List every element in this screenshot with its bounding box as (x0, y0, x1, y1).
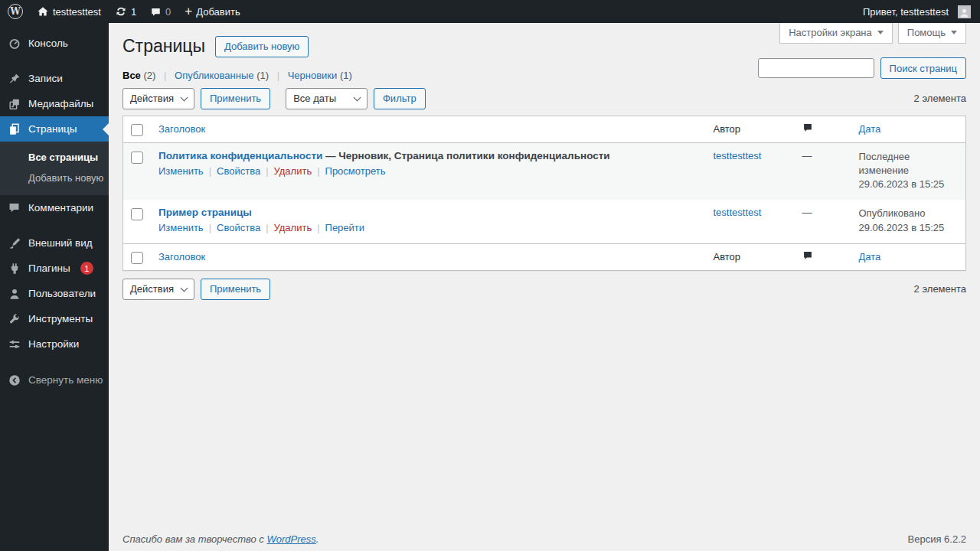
divider: | (266, 165, 268, 177)
screen-options-button[interactable]: Настройки экрана (779, 23, 893, 44)
date-filter-select[interactable]: Все даты (286, 88, 368, 109)
apply-button[interactable]: Применить (201, 88, 270, 109)
quick-edit-link[interactable]: Свойства (217, 165, 260, 177)
search-box: Поиск страниц (758, 57, 966, 79)
row-checkbox[interactable] (131, 208, 143, 220)
sort-date-header[interactable]: Дата (859, 251, 881, 262)
sidebar-item-dashboard[interactable]: Консоль (0, 31, 109, 56)
trash-link[interactable]: Удалить (274, 222, 312, 233)
search-pages-button[interactable]: Поиск страниц (880, 57, 966, 79)
select-all-checkbox[interactable] (131, 252, 143, 264)
comments-column-icon (802, 124, 813, 135)
author-link[interactable]: testtesttest (714, 150, 762, 161)
tablenav-top: Действия Применить Все даты Фильтр 2 эле… (122, 88, 966, 109)
tablenav-bottom: Действия Применить 2 элемента (122, 279, 966, 300)
date-status: Опубликовано (859, 207, 959, 220)
row-checkbox[interactable] (131, 152, 143, 164)
updates-icon (115, 5, 127, 18)
wp-logo-menu[interactable]: W (8, 4, 23, 19)
sidebar-item-label: Плагины (28, 262, 70, 274)
site-name-menu[interactable]: testtesttest (37, 5, 101, 18)
divider: | (209, 222, 211, 233)
page-title: Страницы (122, 35, 205, 58)
sidebar-item-tools[interactable]: Инструменты (0, 306, 109, 331)
admin-footer: Спасибо вам за творчество с WordPress. В… (122, 533, 966, 545)
site-name-label: testtesttest (53, 6, 101, 18)
plus-icon: + (185, 5, 192, 18)
my-account-menu[interactable]: Привет, testtesttest (863, 5, 971, 18)
filter-published-count: (1) (256, 70, 269, 81)
table-row: Политика конфиденциальности — Черновик, … (123, 142, 966, 200)
sidebar-item-label: Записи (28, 73, 63, 84)
divider: | (209, 165, 211, 177)
new-content-menu[interactable]: + Добавить (185, 6, 240, 18)
updates-menu[interactable]: 1 (115, 5, 136, 18)
divider: | (277, 70, 279, 81)
sidebar-item-label: Консоль (28, 37, 68, 49)
home-icon (37, 5, 49, 18)
collapse-menu-button[interactable]: Свернуть меню (0, 367, 109, 393)
comments-menu[interactable]: 0 (150, 6, 171, 18)
items-count: 2 элемента (914, 93, 966, 104)
row-actions: Изменить|Свойства|Удалить|Перейти (158, 222, 698, 233)
author-link[interactable]: testtesttest (714, 207, 762, 218)
search-input[interactable] (758, 58, 874, 78)
sort-title-header[interactable]: Заголовок (158, 123, 205, 135)
filter-published-link[interactable]: Опубликованные (175, 70, 254, 81)
appearance-icon (7, 236, 21, 250)
sidebar-item-media[interactable]: Медиафайлы (0, 91, 109, 116)
quick-edit-link[interactable]: Свойства (217, 222, 260, 233)
main-content: Настройки экрана Помощь Страницы Добавит… (109, 23, 980, 551)
preview-link[interactable]: Просмотреть (325, 165, 386, 177)
sidebar-item-comments[interactable]: Комментарии (0, 195, 109, 220)
tools-icon (7, 311, 21, 326)
sidebar-item-plugins[interactable]: Плагины 1 (0, 256, 109, 281)
page-title-link[interactable]: Пример страницы (158, 207, 252, 218)
comment-bubble-icon (150, 6, 162, 18)
new-content-label: Добавить (196, 6, 240, 18)
sort-date-header[interactable]: Дата (859, 123, 881, 135)
sidebar-item-pages[interactable]: Страницы (0, 116, 109, 142)
sidebar-item-users[interactable]: Пользователи (0, 281, 109, 306)
comments-icon (7, 201, 21, 215)
help-label: Помощь (907, 27, 946, 38)
bulk-actions-select[interactable]: Действия (122, 88, 194, 109)
help-button[interactable]: Помощь (898, 23, 966, 44)
sort-title-header[interactable]: Заголовок (158, 251, 205, 262)
table-footer-row: Заголовок Автор Дата (123, 243, 966, 270)
bulk-actions-select-bottom[interactable]: Действия (122, 279, 194, 300)
submenu-add-new[interactable]: Добавить новую (0, 168, 109, 188)
page-title-link[interactable]: Политика конфиденциальности (158, 150, 322, 161)
filter-button[interactable]: Фильтр (374, 88, 426, 109)
divider: | (317, 165, 319, 177)
sidebar-item-label: Медиафайлы (28, 98, 93, 109)
version-label: Версия 6.2.2 (908, 533, 966, 545)
settings-icon (7, 337, 21, 351)
apply-button-bottom[interactable]: Применить (201, 279, 270, 300)
dashboard-icon (7, 36, 21, 51)
wordpress-link[interactable]: WordPress (266, 533, 315, 545)
filter-drafts-link[interactable]: Черновики (288, 70, 338, 81)
trash-link[interactable]: Удалить (274, 165, 312, 177)
sidebar-item-label: Настройки (28, 338, 79, 350)
edit-link[interactable]: Изменить (158, 222, 204, 233)
wordpress-logo-icon: W (8, 4, 23, 19)
add-new-page-button[interactable]: Добавить новую (215, 36, 309, 57)
select-all-checkbox[interactable] (131, 124, 143, 136)
filter-all-link[interactable]: Все (122, 70, 141, 81)
date-status: Последнее изменение (859, 150, 959, 178)
pages-list-table: Заголовок Автор Дата Политика конфиденци… (122, 116, 966, 271)
sidebar-item-settings[interactable]: Настройки (0, 331, 109, 357)
divider: | (266, 222, 268, 233)
sidebar-item-posts[interactable]: Записи (0, 66, 109, 91)
comments-count: 0 (165, 6, 171, 18)
bulk-actions-label: Действия (130, 283, 174, 295)
submenu-label: Добавить новую (28, 172, 103, 184)
edit-link[interactable]: Изменить (158, 165, 204, 177)
submenu-all-pages[interactable]: Все страницы (0, 147, 109, 168)
sidebar-item-label: Инструменты (28, 313, 93, 324)
view-link[interactable]: Перейти (325, 222, 365, 233)
sidebar-item-appearance[interactable]: Внешний вид (0, 230, 109, 256)
greeting-label: Привет, testtesttest (863, 6, 949, 18)
sidebar-item-label: Комментарии (28, 202, 93, 214)
